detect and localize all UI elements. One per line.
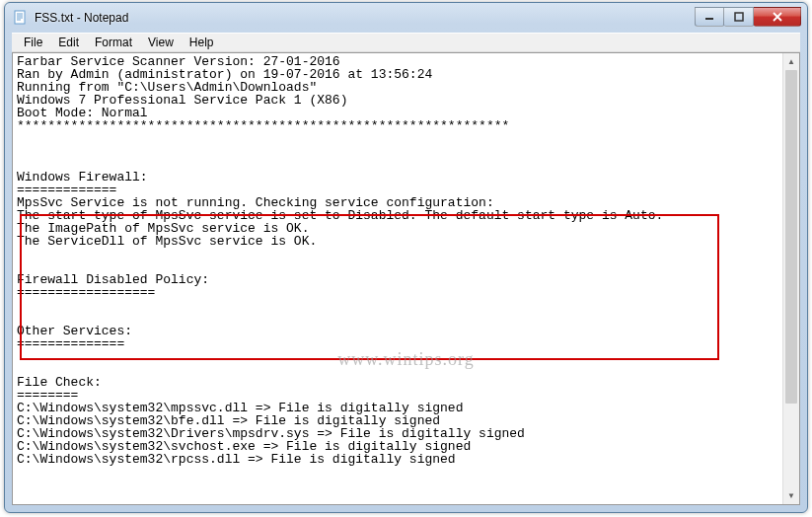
scroll-thumb[interactable] bbox=[785, 70, 797, 404]
svg-rect-6 bbox=[735, 13, 743, 21]
scroll-track[interactable] bbox=[783, 70, 799, 487]
menu-help[interactable]: Help bbox=[182, 34, 222, 51]
text-content[interactable]: Farbar Service Scanner Version: 27-01-20… bbox=[13, 53, 782, 504]
window-controls bbox=[695, 9, 801, 27]
menu-view[interactable]: View bbox=[140, 34, 182, 51]
titlebar[interactable]: FSS.txt - Notepad bbox=[5, 3, 807, 33]
svg-rect-5 bbox=[705, 18, 713, 20]
menubar: File Edit Format View Help bbox=[12, 33, 800, 52]
editor-area: Farbar Service Scanner Version: 27-01-20… bbox=[12, 52, 800, 505]
notepad-window: FSS.txt - Notepad File Edit Format View … bbox=[4, 2, 808, 513]
window-title: FSS.txt - Notepad bbox=[35, 11, 695, 25]
notepad-icon bbox=[13, 10, 29, 26]
close-button[interactable] bbox=[754, 7, 801, 27]
minimize-button[interactable] bbox=[695, 7, 724, 27]
maximize-button[interactable] bbox=[724, 7, 754, 27]
menu-file[interactable]: File bbox=[16, 34, 50, 51]
scroll-down-arrow[interactable]: ▼ bbox=[783, 487, 799, 504]
vertical-scrollbar[interactable]: ▲ ▼ bbox=[782, 53, 799, 504]
menu-format[interactable]: Format bbox=[87, 34, 140, 51]
menu-edit[interactable]: Edit bbox=[50, 34, 87, 51]
scroll-up-arrow[interactable]: ▲ bbox=[783, 53, 799, 70]
